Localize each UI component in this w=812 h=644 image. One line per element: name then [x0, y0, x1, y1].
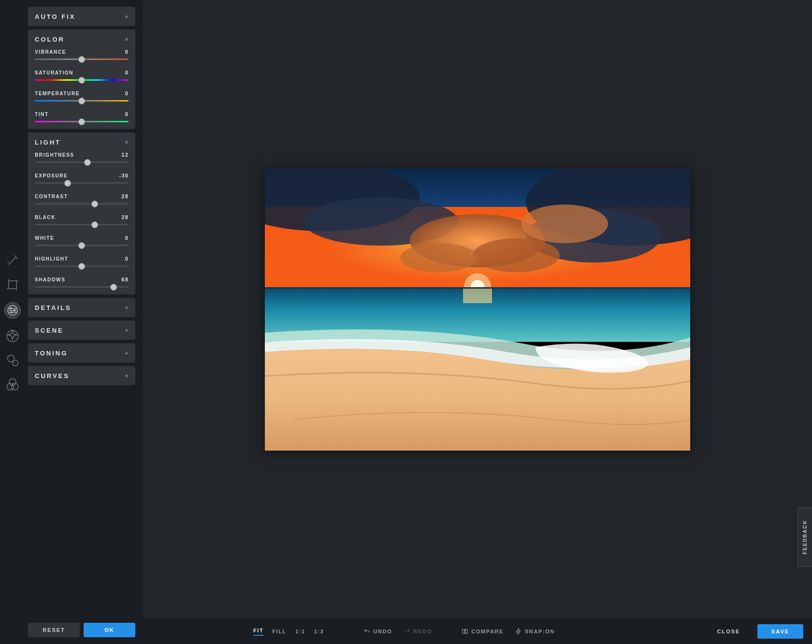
- panel-header-curves[interactable]: Curves +: [28, 366, 135, 385]
- slider-shadows: Shadows68: [35, 277, 129, 288]
- slider-thumb[interactable]: [91, 221, 98, 228]
- svg-point-20: [473, 238, 560, 272]
- panel-title: Scene: [35, 327, 64, 334]
- zoom-1-3[interactable]: 1:3: [314, 629, 324, 634]
- slider-thumb[interactable]: [78, 118, 85, 125]
- zoom-fill[interactable]: Fill: [272, 629, 287, 634]
- slider-label: Black: [35, 215, 56, 220]
- collapse-icon[interactable]: ×: [125, 138, 129, 146]
- expand-icon[interactable]: +: [125, 349, 129, 357]
- slider-track[interactable]: [35, 245, 129, 246]
- slider-brightness: Brightness12: [35, 152, 129, 163]
- slider-label: Shadows: [35, 277, 65, 282]
- slider-track[interactable]: [35, 203, 129, 205]
- slider-value: 12: [121, 152, 129, 158]
- snap-toggle[interactable]: Snap:On: [515, 628, 555, 635]
- svg-point-7: [13, 360, 18, 366]
- shapes-icon[interactable]: [6, 353, 19, 367]
- panel-header-details[interactable]: Details +: [28, 298, 135, 317]
- panel-header-scene[interactable]: Scene +: [28, 321, 135, 340]
- expand-icon[interactable]: +: [125, 304, 129, 311]
- slider-contrast: Contrast28: [35, 193, 129, 205]
- zoom-fit[interactable]: Fit: [253, 628, 263, 636]
- slider-thumb[interactable]: [78, 98, 85, 104]
- panel-header-light[interactable]: Light ×: [28, 132, 135, 152]
- slider-value: 0: [125, 256, 129, 262]
- magic-wand-icon[interactable]: [6, 254, 19, 267]
- slider-temperature: Temperature0: [35, 90, 129, 102]
- panel-title: Toning: [35, 350, 68, 357]
- save-button[interactable]: Save: [757, 624, 803, 639]
- svg-rect-26: [463, 629, 465, 633]
- slider-label: Tint: [35, 112, 49, 117]
- slider-label: Contrast: [35, 194, 68, 199]
- panel-header-color[interactable]: Color ×: [28, 29, 135, 49]
- slider-track[interactable]: [35, 286, 129, 288]
- slider-thumb[interactable]: [78, 263, 85, 270]
- tool-rail: [0, 0, 25, 644]
- slider-thumb[interactable]: [64, 180, 71, 187]
- slider-saturation: Saturation0: [35, 70, 129, 81]
- history-controls: Undo Redo: [363, 628, 432, 635]
- collapse-icon[interactable]: ×: [125, 35, 129, 43]
- panel-color: Color × Vibrance0Saturation0Temperature0…: [28, 29, 135, 129]
- panel-light: Light × Brightness12Exposure-30Contrast2…: [28, 132, 135, 294]
- slider-track[interactable]: [35, 182, 129, 184]
- ok-button[interactable]: OK: [84, 623, 135, 637]
- slider-value: 0: [125, 111, 129, 117]
- expand-icon[interactable]: +: [125, 372, 129, 380]
- slider-track[interactable]: [35, 224, 129, 225]
- adjust-sidebar: Auto Fix + Color × Vibrance0Saturation0T…: [25, 7, 138, 644]
- slider-value: 0: [125, 90, 129, 96]
- redo-icon: [404, 628, 410, 635]
- panel-header-auto-fix[interactable]: Auto Fix +: [28, 7, 135, 26]
- panel-auto-fix: Auto Fix +: [28, 7, 135, 26]
- expand-icon[interactable]: +: [125, 326, 129, 334]
- slider-thumb[interactable]: [110, 284, 117, 291]
- panel-header-toning[interactable]: Toning +: [28, 343, 135, 363]
- svg-rect-23: [265, 287, 690, 289]
- feedback-label: Feedback: [802, 520, 808, 555]
- slider-track[interactable]: [35, 161, 129, 163]
- crop-icon[interactable]: [6, 278, 19, 292]
- slider-thumb[interactable]: [84, 159, 91, 166]
- reset-button[interactable]: Reset: [28, 623, 80, 637]
- compare-label: Compare: [471, 629, 504, 634]
- panel-title: Light: [35, 139, 61, 146]
- slider-thumb[interactable]: [91, 201, 98, 207]
- panel-title: Details: [35, 304, 72, 311]
- adjust-icon[interactable]: [4, 302, 21, 319]
- slider-track[interactable]: [35, 79, 129, 81]
- undo-button[interactable]: Undo: [363, 628, 392, 635]
- slider-track[interactable]: [35, 100, 129, 102]
- slider-value: -30: [119, 173, 129, 178]
- slider-value: 0: [125, 49, 129, 55]
- slider-value: 28: [121, 214, 129, 220]
- slider-track[interactable]: [35, 59, 129, 60]
- slider-value: 0: [125, 235, 129, 241]
- svg-point-3: [14, 310, 15, 311]
- slider-exposure: Exposure-30: [35, 173, 129, 184]
- svg-point-21: [400, 243, 478, 272]
- zoom-1-1[interactable]: 1:1: [295, 629, 305, 634]
- slider-label: White: [35, 235, 54, 241]
- slider-thumb[interactable]: [78, 77, 85, 84]
- filters-icon[interactable]: [6, 378, 19, 391]
- panel-toning: Toning +: [28, 343, 135, 363]
- slider-track[interactable]: [35, 121, 129, 122]
- feedback-tab[interactable]: Feedback: [798, 508, 812, 567]
- slider-thumb[interactable]: [78, 242, 85, 249]
- expand-icon[interactable]: +: [125, 13, 129, 20]
- effects-icon[interactable]: [6, 329, 19, 343]
- zoom-controls: Fit Fill 1:1 1:3: [253, 628, 324, 636]
- compare-icon: [462, 628, 468, 635]
- image-preview: [265, 168, 690, 451]
- canvas-area[interactable]: [143, 0, 812, 619]
- compare-button[interactable]: Compare: [462, 628, 504, 635]
- slider-thumb[interactable]: [78, 56, 85, 63]
- close-button[interactable]: Close: [706, 624, 752, 639]
- svg-rect-25: [463, 289, 492, 303]
- snap-icon: [515, 628, 522, 635]
- slider-track[interactable]: [35, 265, 129, 267]
- redo-button: Redo: [404, 628, 432, 635]
